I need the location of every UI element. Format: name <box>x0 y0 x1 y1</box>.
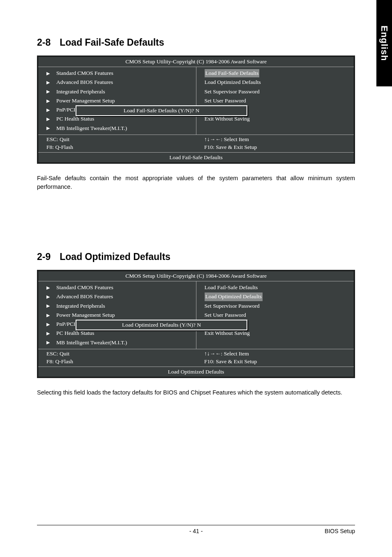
section-number: 2-9 <box>37 251 51 262</box>
page-footer: - 41 - BIOS Setup <box>37 525 355 534</box>
footer-section-label: BIOS Setup <box>325 528 355 534</box>
hint-esc: ESC: Quit <box>46 136 188 144</box>
language-label: English <box>379 26 390 61</box>
hint-f8: F8: Q-Flash <box>46 358 188 366</box>
arrow-icon: ▶ <box>46 302 51 309</box>
arrow-icon: ▶ <box>46 125 51 132</box>
section-number: 2-8 <box>37 37 51 48</box>
menu-item[interactable]: Set Supervisor Password <box>205 87 350 96</box>
arrow-icon: ▶ <box>46 79 51 86</box>
menu-item[interactable]: ▶MB Intelligent Tweaker(M.I.T.) <box>46 338 192 347</box>
arrow-icon: ▶ <box>46 312 51 319</box>
hint-f8: F8: Q-Flash <box>46 144 188 151</box>
menu-item[interactable]: ▶Power Management Setup <box>46 311 192 320</box>
bios-box-1: CMOS Setup Utility-Copyright (C) 1984-20… <box>37 56 355 164</box>
bios-footer: ESC: Quit F8: Q-Flash ↑↓→←: Select Item … <box>38 349 354 367</box>
arrow-icon: ▶ <box>46 88 51 95</box>
bios-menu: ▶Standard CMOS Features ▶Advanced BIOS F… <box>38 281 354 349</box>
language-tab: English <box>376 0 392 86</box>
hint-arrows: ↑↓→←: Select Item <box>204 350 346 358</box>
footer-left: ESC: Quit F8: Q-Flash <box>38 349 196 367</box>
section1-body: Fail-Safe defaults contain the most appr… <box>37 174 355 192</box>
menu-item[interactable]: ▶Integrated Peripherals <box>46 302 192 311</box>
page-number: - 41 - <box>189 528 203 534</box>
confirm-dialog[interactable]: Load Fail-Safe Defaults (Y/N)? N <box>76 105 247 116</box>
bios-header: CMOS Setup Utility-Copyright (C) 1984-20… <box>38 271 354 281</box>
footer-right: ↑↓→←: Select Item F10: Save & Exit Setup <box>196 349 354 367</box>
bios-right-col: Load Fail-Safe Defaults Load Optimized D… <box>196 281 354 349</box>
bios-menu: ▶Standard CMOS Features ▶Advanced BIOS F… <box>38 67 354 135</box>
bios-header: CMOS Setup Utility-Copyright (C) 1984-20… <box>38 57 354 67</box>
arrow-icon: ▶ <box>46 97 51 104</box>
arrow-icon: ▶ <box>46 116 51 123</box>
section-heading-1: 2-8 Load Fail-Safe Defaults <box>37 37 355 48</box>
arrow-icon: ▶ <box>46 284 51 291</box>
hint-f10: F10: Save & Exit Setup <box>204 144 346 151</box>
hint-f10: F10: Save & Exit Setup <box>204 358 346 366</box>
dialog-text: Load Optimized Defaults (Y/N)? N <box>122 322 201 328</box>
menu-item[interactable]: ▶Standard CMOS Features <box>46 69 192 78</box>
section-title: Load Optimized Defaults <box>60 251 171 262</box>
arrow-icon: ▶ <box>46 293 51 300</box>
menu-item[interactable]: Load Fail-Safe Defaults <box>205 283 350 292</box>
bios-status-bar: Load Fail-Safe Defaults <box>38 153 354 162</box>
hint-arrows: ↑↓→←: Select Item <box>204 136 346 144</box>
page-content: 2-8 Load Fail-Safe Defaults CMOS Setup U… <box>0 0 392 397</box>
arrow-icon: ▶ <box>46 70 51 77</box>
bios-left-col: ▶Standard CMOS Features ▶Advanced BIOS F… <box>38 67 196 135</box>
menu-item[interactable]: ▶Standard CMOS Features <box>46 283 192 292</box>
menu-item[interactable]: ▶Advanced BIOS Features <box>46 292 192 301</box>
menu-item[interactable]: Set User Password <box>205 96 350 105</box>
arrow-icon: ▶ <box>46 321 51 328</box>
menu-item[interactable]: ▶Advanced BIOS Features <box>46 78 192 87</box>
bios-footer: ESC: Quit F8: Q-Flash ↑↓→←: Select Item … <box>38 135 354 153</box>
bios-box-2: CMOS Setup Utility-Copyright (C) 1984-20… <box>37 270 355 378</box>
menu-item[interactable]: Load Fail-Safe Defaults <box>205 69 350 78</box>
arrow-icon: ▶ <box>46 107 51 114</box>
section-title: Load Fail-Safe Defaults <box>60 37 164 48</box>
arrow-icon: ▶ <box>46 330 51 337</box>
section-heading-2: 2-9 Load Optimized Defaults <box>37 251 355 262</box>
menu-item[interactable]: ▶MB Intelligent Tweaker(M.I.T.) <box>46 124 192 133</box>
bios-status-bar: Load Optimized Defaults <box>38 367 354 377</box>
footer-left: ESC: Quit F8: Q-Flash <box>38 135 196 152</box>
footer-right: ↑↓→←: Select Item F10: Save & Exit Setup <box>196 135 354 152</box>
menu-item[interactable]: Load Optimized Defaults <box>205 78 350 87</box>
menu-item[interactable]: Set Supervisor Password <box>205 302 350 311</box>
arrow-icon: ▶ <box>46 339 51 346</box>
bios-left-col: ▶Standard CMOS Features ▶Advanced BIOS F… <box>38 281 196 349</box>
bios-right-col: Load Fail-Safe Defaults Load Optimized D… <box>196 67 354 135</box>
dialog-text: Load Fail-Safe Defaults (Y/N)? N <box>124 107 199 114</box>
hint-esc: ESC: Quit <box>46 350 188 358</box>
menu-item[interactable]: ▶Power Management Setup <box>46 96 192 105</box>
confirm-dialog[interactable]: Load Optimized Defaults (Y/N)? N <box>76 320 247 330</box>
menu-item[interactable]: ▶Integrated Peripherals <box>46 87 192 96</box>
menu-item[interactable]: Load Optimized Defaults <box>205 292 350 301</box>
menu-item[interactable]: Set User Password <box>205 311 350 320</box>
section2-body: Selecting this field loads the factory d… <box>37 388 355 397</box>
